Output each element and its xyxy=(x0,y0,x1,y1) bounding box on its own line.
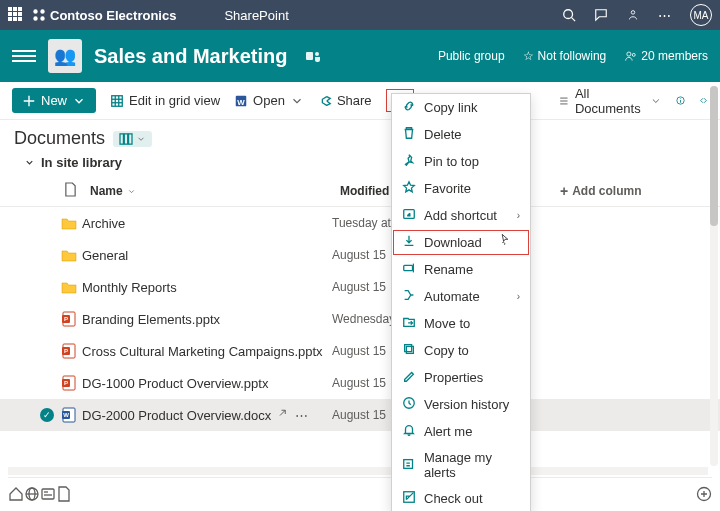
edit-grid-button[interactable]: Edit in grid view xyxy=(110,93,220,108)
members-button[interactable]: 20 members xyxy=(624,49,708,63)
search-icon[interactable] xyxy=(562,8,576,22)
teams-icon[interactable] xyxy=(305,48,321,64)
add-column-button[interactable]: + Add column xyxy=(560,182,642,200)
menu-pin-to-top[interactable]: Pin to top xyxy=(392,148,530,175)
file-name[interactable]: Archive xyxy=(82,216,332,231)
table-row[interactable]: PBranding Elements.pptxWednesday at ... xyxy=(0,303,720,335)
site-logo[interactable]: 👥 xyxy=(48,39,82,73)
menu-label: Check out xyxy=(424,491,483,506)
globe-icon[interactable] xyxy=(24,486,40,502)
menu-copy-to[interactable]: Copy to xyxy=(392,337,530,364)
menu-check-out[interactable]: Check out xyxy=(392,485,530,511)
contoso-icon xyxy=(32,8,46,22)
follow-button[interactable]: ☆ Not following xyxy=(523,49,607,63)
avatar[interactable]: MA xyxy=(690,4,712,26)
file-name[interactable]: Monthly Reports xyxy=(82,280,332,295)
svg-point-6 xyxy=(631,11,635,15)
svg-text:P: P xyxy=(64,380,68,386)
open-button[interactable]: W Open xyxy=(234,93,304,108)
view-toggle[interactable] xyxy=(113,131,152,147)
table-row[interactable]: PCross Cultural Marketing Campaigns.pptx… xyxy=(0,335,720,367)
menu-move-to[interactable]: Move to xyxy=(392,310,530,337)
menu-label: Move to xyxy=(424,316,470,331)
file-name[interactable]: Cross Cultural Marketing Campaigns.pptx xyxy=(82,344,332,359)
menu-delete[interactable]: Delete xyxy=(392,121,530,148)
news-icon[interactable] xyxy=(40,486,56,502)
table-row[interactable]: Monthly ReportsAugust 15 xyxy=(0,271,720,303)
svg-rect-7 xyxy=(306,52,313,60)
table-row[interactable]: GeneralAugust 15 xyxy=(0,239,720,271)
file-name[interactable]: Branding Elements.pptx xyxy=(82,312,332,327)
menu-download[interactable]: Download xyxy=(392,229,530,256)
menu-automate[interactable]: Automate› xyxy=(392,283,530,310)
share-icon[interactable] xyxy=(277,408,289,423)
menu-properties[interactable]: Properties xyxy=(392,364,530,391)
bottom-nav xyxy=(8,477,712,505)
select-toggle[interactable]: ✓ xyxy=(38,408,56,422)
members-count: 20 members xyxy=(641,49,708,63)
info-icon[interactable] xyxy=(676,96,685,105)
file-icon[interactable] xyxy=(56,486,72,502)
file-name[interactable]: DG-2000 Product Overview.docx⋯ xyxy=(82,408,332,423)
app-launcher-icon[interactable] xyxy=(8,7,24,23)
add-icon[interactable] xyxy=(696,486,712,502)
menu-label: Version history xyxy=(424,397,509,412)
svg-point-0 xyxy=(33,9,37,13)
new-button[interactable]: New xyxy=(12,88,96,113)
checkout-icon xyxy=(402,490,416,507)
chevron-right-icon: › xyxy=(517,210,520,221)
nav-toggle[interactable] xyxy=(12,50,36,62)
svg-rect-11 xyxy=(112,95,123,106)
more-icon[interactable]: ⋯ xyxy=(658,8,672,23)
chevron-down-icon xyxy=(290,94,304,108)
app-name[interactable]: SharePoint xyxy=(224,8,288,23)
home-icon[interactable] xyxy=(8,486,24,502)
row-more-icon[interactable]: ⋯ xyxy=(295,408,309,423)
org-logo[interactable]: Contoso Electronics xyxy=(32,8,176,23)
table-row[interactable]: ✓WDG-2000 Product Overview.docx⋯August 1… xyxy=(0,399,720,431)
menu-favorite[interactable]: Favorite xyxy=(392,175,530,202)
file-name[interactable]: DG-1000 Product Overview.pptx xyxy=(82,376,332,391)
chevron-down-icon xyxy=(72,94,86,108)
share-button[interactable]: Share xyxy=(318,93,372,108)
svg-point-9 xyxy=(627,52,631,56)
chevron-down-icon xyxy=(127,187,136,196)
settings-icon[interactable] xyxy=(626,8,640,22)
svg-rect-45 xyxy=(404,459,413,468)
chat-icon[interactable] xyxy=(594,8,608,22)
menu-label: Copy link xyxy=(424,100,477,115)
site-name[interactable]: Sales and Marketing xyxy=(94,45,287,68)
library-heading: Documents xyxy=(0,120,720,151)
download-icon xyxy=(402,234,416,251)
pptx-icon: P xyxy=(56,343,82,359)
context-menu: Copy linkDeletePin to topFavoriteAdd sho… xyxy=(391,93,531,511)
edit-grid-label: Edit in grid view xyxy=(129,93,220,108)
table-row[interactable]: PDG-1000 Product Overview.pptxAugust 15 xyxy=(0,367,720,399)
menu-add-shortcut[interactable]: Add shortcut› xyxy=(392,202,530,229)
props-icon xyxy=(402,369,416,386)
col-name-label: Name xyxy=(90,184,123,198)
view-selector[interactable]: All Documents xyxy=(558,86,662,116)
menu-label: Add shortcut xyxy=(424,208,497,223)
table-row[interactable]: ArchiveTuesday at 11:... xyxy=(0,207,720,239)
expand-icon[interactable] xyxy=(699,96,708,105)
menu-alert-me[interactable]: Alert me xyxy=(392,418,530,445)
menu-manage-my-alerts[interactable]: Manage my alerts xyxy=(392,445,530,485)
menu-version-history[interactable]: Version history xyxy=(392,391,530,418)
follow-label: Not following xyxy=(538,49,607,63)
bell-icon xyxy=(402,423,416,440)
menu-copy-link[interactable]: Copy link xyxy=(392,94,530,121)
file-name[interactable]: General xyxy=(82,248,332,263)
col-name[interactable]: Name xyxy=(90,182,340,200)
col-type-icon[interactable] xyxy=(64,182,90,200)
crumb-label: In site library xyxy=(41,155,122,170)
menu-rename[interactable]: Rename xyxy=(392,256,530,283)
link-icon xyxy=(402,99,416,116)
svg-text:P: P xyxy=(64,316,68,322)
breadcrumb[interactable]: In site library xyxy=(0,151,720,176)
horizontal-scroll[interactable] xyxy=(8,467,708,475)
vertical-scroll[interactable] xyxy=(710,86,718,466)
menu-label: Manage my alerts xyxy=(424,450,520,480)
svg-point-3 xyxy=(40,16,44,20)
svg-point-1 xyxy=(40,9,44,13)
